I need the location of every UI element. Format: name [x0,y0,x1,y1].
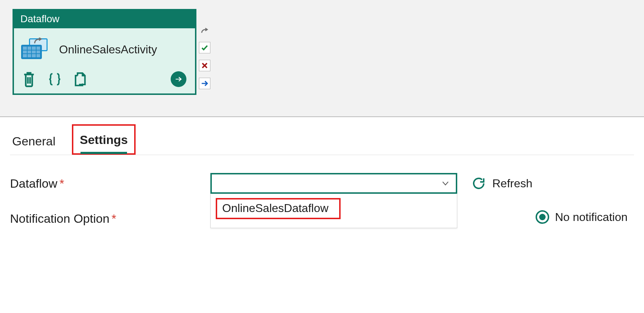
tab-settings[interactable]: Settings [80,128,128,153]
refresh-button[interactable]: Refresh [472,176,532,191]
required-asterisk: * [59,177,64,190]
no-notification-radio[interactable]: No notification [536,210,628,224]
redo-arrow-icon[interactable] [199,27,210,35]
notification-label-text: Notification Option [10,212,109,225]
notification-label: Notification Option* [10,210,210,226]
dataflow-dropdown-field[interactable] [210,173,457,194]
notification-row: Notification Option* No notification [10,210,634,226]
dataflow-activity-card[interactable]: Dataflow OnlineSalesActivity [13,9,196,95]
failure-x-icon[interactable] [199,60,210,71]
success-check-icon[interactable] [199,42,210,53]
settings-form: Dataflow* OnlineSalesDataflow Refresh [10,155,634,226]
proceed-arrow-icon[interactable] [171,71,186,87]
activity-body: OnlineSalesActivity [14,28,195,64]
braces-icon[interactable] [48,72,61,86]
required-asterisk: * [112,212,116,225]
copy-icon[interactable] [74,72,87,86]
tab-settings-highlight: Settings [72,124,136,155]
delete-icon[interactable] [23,72,35,86]
dataflow-label-text: Dataflow [10,177,57,190]
dataflow-label: Dataflow* [10,177,210,191]
activity-type-label: Dataflow [14,10,195,28]
no-notification-label: No notification [555,211,628,224]
pipeline-canvas[interactable]: Dataflow OnlineSalesActivity [0,0,644,117]
refresh-label: Refresh [492,177,532,190]
radio-icon [536,210,549,224]
properties-panel: General Settings Dataflow* OnlineSalesDa… [0,117,644,240]
tabs-row: General Settings [10,124,634,155]
refresh-icon [472,176,486,191]
completion-arrow-icon[interactable] [199,78,210,89]
dataflow-dropdown: OnlineSalesDataflow [210,173,457,194]
activity-name: OnlineSalesActivity [59,43,157,56]
activity-toolbar [14,64,195,93]
dataflow-icon [21,38,50,61]
tab-general[interactable]: General [10,129,58,155]
activity-connector-icons [199,27,210,89]
dataflow-row: Dataflow* OnlineSalesDataflow Refresh [10,173,634,194]
chevron-down-icon [441,179,449,187]
